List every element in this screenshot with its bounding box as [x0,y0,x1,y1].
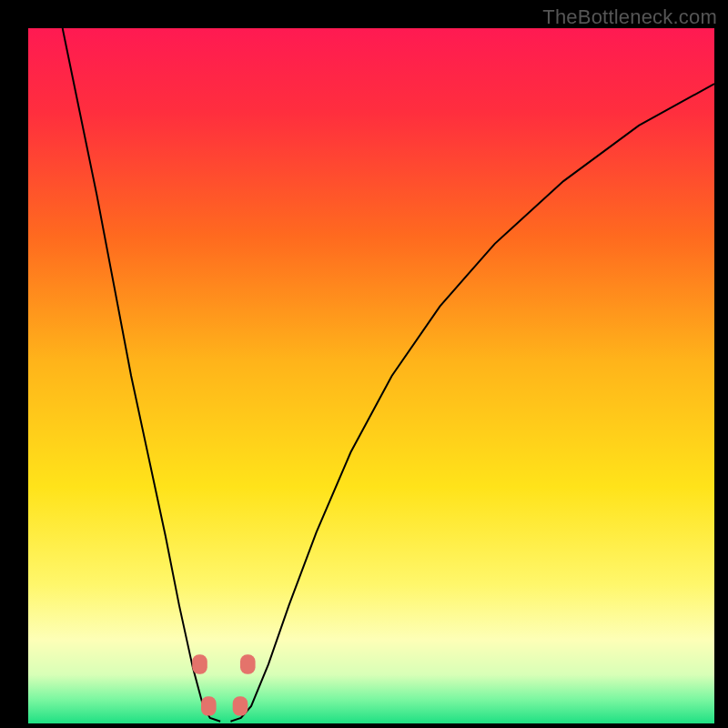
marker-dot [233,696,248,715]
marker-dot [192,654,207,673]
chart-frame [28,28,714,723]
chart-svg [28,28,714,723]
watermark-text: TheBottleneck.com [542,5,717,29]
marker-dot [201,696,217,715]
marker-dot [240,654,256,673]
